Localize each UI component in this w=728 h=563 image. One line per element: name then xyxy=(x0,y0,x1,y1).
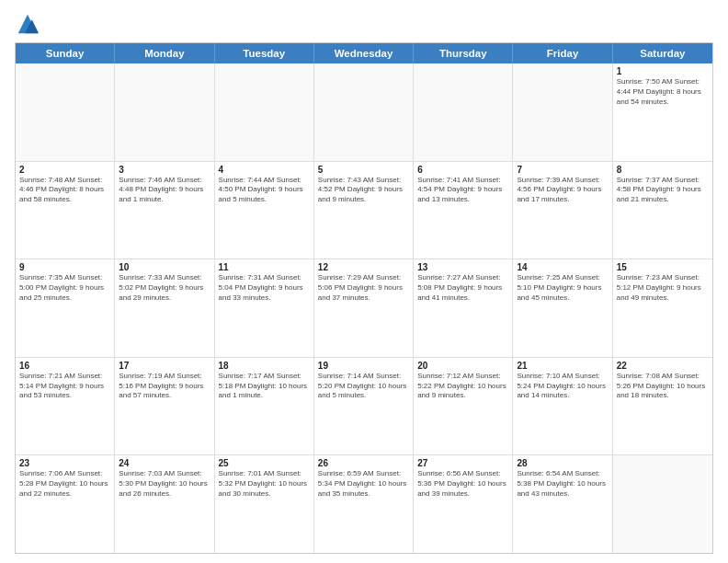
calendar-header-row: SundayMondayTuesdayWednesdayThursdayFrid… xyxy=(16,43,712,63)
day-number: 27 xyxy=(417,458,508,468)
day-number: 18 xyxy=(219,361,310,371)
cal-day-21: 21Sunrise: 7:10 AM Sunset: 5:24 PM Dayli… xyxy=(513,358,612,455)
logo xyxy=(15,11,44,37)
cal-day-7: 7Sunrise: 7:39 AM Sunset: 4:56 PM Daylig… xyxy=(513,162,612,259)
cal-day-26: 26Sunrise: 6:59 AM Sunset: 5:34 PM Dayli… xyxy=(314,455,414,553)
cal-header-saturday: Saturday xyxy=(613,43,712,63)
cal-day-empty xyxy=(613,455,712,553)
day-number: 14 xyxy=(517,262,608,272)
page: SundayMondayTuesdayWednesdayThursdayFrid… xyxy=(0,0,728,563)
day-info: Sunrise: 6:59 AM Sunset: 5:34 PM Dayligh… xyxy=(318,469,409,499)
day-info: Sunrise: 7:25 AM Sunset: 5:10 PM Dayligh… xyxy=(517,273,608,303)
day-number: 22 xyxy=(617,361,709,371)
day-number: 3 xyxy=(119,165,210,175)
day-info: Sunrise: 7:39 AM Sunset: 4:56 PM Dayligh… xyxy=(517,176,608,205)
cal-day-6: 6Sunrise: 7:41 AM Sunset: 4:54 PM Daylig… xyxy=(414,162,513,259)
day-info: Sunrise: 6:56 AM Sunset: 5:36 PM Dayligh… xyxy=(417,469,508,499)
cal-day-17: 17Sunrise: 7:19 AM Sunset: 5:16 PM Dayli… xyxy=(115,358,214,455)
day-info: Sunrise: 7:48 AM Sunset: 4:46 PM Dayligh… xyxy=(19,176,110,205)
cal-day-8: 8Sunrise: 7:37 AM Sunset: 4:58 PM Daylig… xyxy=(613,162,712,259)
cal-day-empty xyxy=(16,63,115,161)
day-number: 6 xyxy=(417,165,508,175)
day-info: Sunrise: 7:03 AM Sunset: 5:30 PM Dayligh… xyxy=(119,469,210,499)
day-info: Sunrise: 7:17 AM Sunset: 5:18 PM Dayligh… xyxy=(219,372,310,401)
header xyxy=(15,11,713,37)
cal-day-19: 19Sunrise: 7:14 AM Sunset: 5:20 PM Dayli… xyxy=(314,358,414,455)
cal-week-3: 9Sunrise: 7:35 AM Sunset: 5:00 PM Daylig… xyxy=(16,259,712,358)
day-info: Sunrise: 7:10 AM Sunset: 5:24 PM Dayligh… xyxy=(517,372,608,401)
cal-day-9: 9Sunrise: 7:35 AM Sunset: 5:00 PM Daylig… xyxy=(16,259,115,357)
day-info: Sunrise: 7:01 AM Sunset: 5:32 PM Dayligh… xyxy=(219,469,310,499)
cal-day-23: 23Sunrise: 7:06 AM Sunset: 5:28 PM Dayli… xyxy=(16,455,115,553)
day-info: Sunrise: 7:37 AM Sunset: 4:58 PM Dayligh… xyxy=(617,176,709,205)
day-info: Sunrise: 7:27 AM Sunset: 5:08 PM Dayligh… xyxy=(417,273,508,303)
cal-day-empty xyxy=(414,63,513,161)
day-number: 7 xyxy=(517,165,608,175)
day-info: Sunrise: 7:31 AM Sunset: 5:04 PM Dayligh… xyxy=(219,273,310,303)
day-number: 11 xyxy=(219,262,310,272)
cal-day-20: 20Sunrise: 7:12 AM Sunset: 5:22 PM Dayli… xyxy=(414,358,513,455)
day-info: Sunrise: 7:35 AM Sunset: 5:00 PM Dayligh… xyxy=(19,273,110,303)
cal-week-2: 2Sunrise: 7:48 AM Sunset: 4:46 PM Daylig… xyxy=(16,162,712,260)
cal-day-empty xyxy=(215,63,314,161)
cal-header-tuesday: Tuesday xyxy=(215,43,314,63)
day-number: 8 xyxy=(617,165,709,175)
cal-header-wednesday: Wednesday xyxy=(314,43,414,63)
calendar-body: 1Sunrise: 7:50 AM Sunset: 4:44 PM Daylig… xyxy=(16,63,712,553)
day-number: 17 xyxy=(119,361,210,371)
cal-day-18: 18Sunrise: 7:17 AM Sunset: 5:18 PM Dayli… xyxy=(215,358,314,455)
cal-day-empty xyxy=(115,63,214,161)
cal-day-13: 13Sunrise: 7:27 AM Sunset: 5:08 PM Dayli… xyxy=(414,259,513,357)
day-number: 25 xyxy=(219,458,310,468)
cal-header-thursday: Thursday xyxy=(414,43,513,63)
day-info: Sunrise: 7:46 AM Sunset: 4:48 PM Dayligh… xyxy=(119,176,210,205)
cal-header-sunday: Sunday xyxy=(16,43,115,63)
day-number: 2 xyxy=(19,165,110,175)
cal-day-3: 3Sunrise: 7:46 AM Sunset: 4:48 PM Daylig… xyxy=(115,162,214,259)
calendar: SundayMondayTuesdayWednesdayThursdayFrid… xyxy=(15,42,713,554)
cal-day-5: 5Sunrise: 7:43 AM Sunset: 4:52 PM Daylig… xyxy=(314,162,414,259)
cal-day-4: 4Sunrise: 7:44 AM Sunset: 4:50 PM Daylig… xyxy=(215,162,314,259)
cal-day-27: 27Sunrise: 6:56 AM Sunset: 5:36 PM Dayli… xyxy=(414,455,513,553)
logo-icon xyxy=(15,11,40,37)
cal-week-1: 1Sunrise: 7:50 AM Sunset: 4:44 PM Daylig… xyxy=(16,63,712,162)
day-number: 19 xyxy=(318,361,409,371)
cal-day-24: 24Sunrise: 7:03 AM Sunset: 5:30 PM Dayli… xyxy=(115,455,214,553)
cal-header-monday: Monday xyxy=(115,43,214,63)
day-number: 21 xyxy=(517,361,608,371)
cal-week-5: 23Sunrise: 7:06 AM Sunset: 5:28 PM Dayli… xyxy=(16,455,712,553)
day-number: 12 xyxy=(318,262,409,272)
day-info: Sunrise: 7:43 AM Sunset: 4:52 PM Dayligh… xyxy=(318,176,409,205)
day-number: 23 xyxy=(19,458,110,468)
cal-day-2: 2Sunrise: 7:48 AM Sunset: 4:46 PM Daylig… xyxy=(16,162,115,259)
day-info: Sunrise: 7:14 AM Sunset: 5:20 PM Dayligh… xyxy=(318,372,409,401)
day-info: Sunrise: 7:06 AM Sunset: 5:28 PM Dayligh… xyxy=(19,469,110,499)
cal-day-14: 14Sunrise: 7:25 AM Sunset: 5:10 PM Dayli… xyxy=(513,259,612,357)
day-info: Sunrise: 7:12 AM Sunset: 5:22 PM Dayligh… xyxy=(417,372,508,401)
day-number: 5 xyxy=(318,165,409,175)
day-info: Sunrise: 7:33 AM Sunset: 5:02 PM Dayligh… xyxy=(119,273,210,303)
cal-day-16: 16Sunrise: 7:21 AM Sunset: 5:14 PM Dayli… xyxy=(16,358,115,455)
day-info: Sunrise: 7:21 AM Sunset: 5:14 PM Dayligh… xyxy=(19,372,110,401)
day-info: Sunrise: 7:50 AM Sunset: 4:44 PM Dayligh… xyxy=(617,77,709,107)
day-number: 16 xyxy=(19,361,110,371)
cal-header-friday: Friday xyxy=(513,43,612,63)
cal-day-12: 12Sunrise: 7:29 AM Sunset: 5:06 PM Dayli… xyxy=(314,259,414,357)
cal-day-10: 10Sunrise: 7:33 AM Sunset: 5:02 PM Dayli… xyxy=(115,259,214,357)
cal-day-25: 25Sunrise: 7:01 AM Sunset: 5:32 PM Dayli… xyxy=(215,455,314,553)
day-number: 24 xyxy=(119,458,210,468)
cal-day-28: 28Sunrise: 6:54 AM Sunset: 5:38 PM Dayli… xyxy=(513,455,612,553)
day-info: Sunrise: 7:23 AM Sunset: 5:12 PM Dayligh… xyxy=(617,273,709,303)
day-info: Sunrise: 7:29 AM Sunset: 5:06 PM Dayligh… xyxy=(318,273,409,303)
cal-day-11: 11Sunrise: 7:31 AM Sunset: 5:04 PM Dayli… xyxy=(215,259,314,357)
day-number: 13 xyxy=(417,262,508,272)
cal-day-empty xyxy=(513,63,612,161)
day-info: Sunrise: 7:44 AM Sunset: 4:50 PM Dayligh… xyxy=(219,176,310,205)
day-number: 15 xyxy=(617,262,709,272)
cal-day-15: 15Sunrise: 7:23 AM Sunset: 5:12 PM Dayli… xyxy=(613,259,712,357)
cal-week-4: 16Sunrise: 7:21 AM Sunset: 5:14 PM Dayli… xyxy=(16,358,712,456)
day-info: Sunrise: 7:41 AM Sunset: 4:54 PM Dayligh… xyxy=(417,176,508,205)
day-info: Sunrise: 7:08 AM Sunset: 5:26 PM Dayligh… xyxy=(617,372,709,401)
day-info: Sunrise: 7:19 AM Sunset: 5:16 PM Dayligh… xyxy=(119,372,210,401)
day-number: 26 xyxy=(318,458,409,468)
